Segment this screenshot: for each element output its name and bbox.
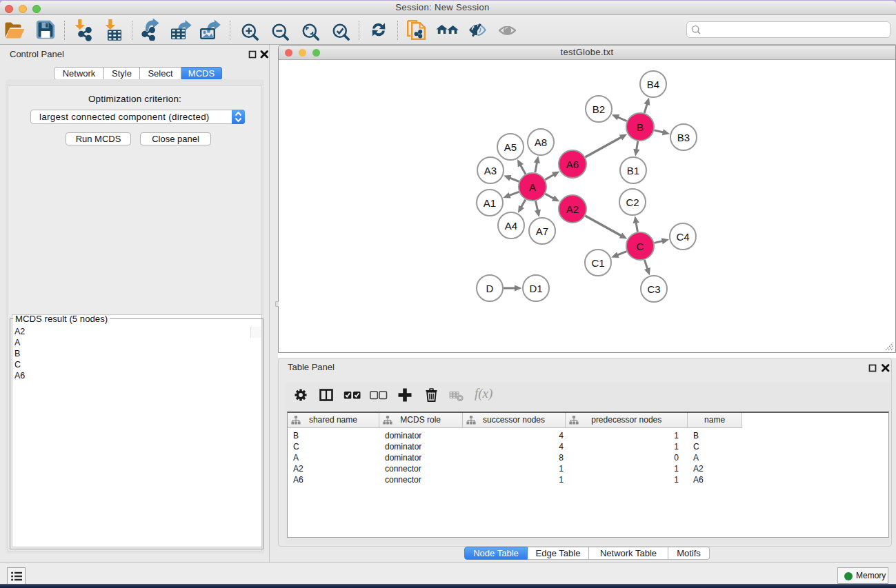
svg-text:A4: A4	[505, 220, 517, 232]
svg-text:B4: B4	[647, 79, 659, 90]
svg-text:A: A	[529, 181, 536, 193]
svg-text:C1: C1	[591, 257, 604, 269]
svg-text:C4: C4	[676, 231, 689, 243]
svg-text:f(x): f(x)	[475, 387, 492, 401]
svg-text:A3: A3	[484, 165, 497, 176]
svg-text:B2: B2	[593, 103, 605, 115]
svg-text:A5: A5	[504, 141, 517, 153]
svg-text:D1: D1	[529, 283, 542, 294]
svg-text:A8: A8	[535, 136, 547, 148]
svg-text:A2: A2	[566, 203, 579, 215]
svg-text:B: B	[637, 121, 644, 133]
svg-text:B1: B1	[627, 165, 639, 176]
svg-text:A6: A6	[566, 159, 579, 170]
svg-text:C2: C2	[626, 196, 639, 208]
svg-text:A7: A7	[536, 225, 548, 237]
svg-text:C3: C3	[647, 283, 660, 295]
svg-text:D: D	[486, 283, 494, 294]
svg-text:A1: A1	[484, 197, 496, 209]
svg-text:C: C	[637, 241, 644, 252]
svg-text:B3: B3	[677, 132, 690, 143]
